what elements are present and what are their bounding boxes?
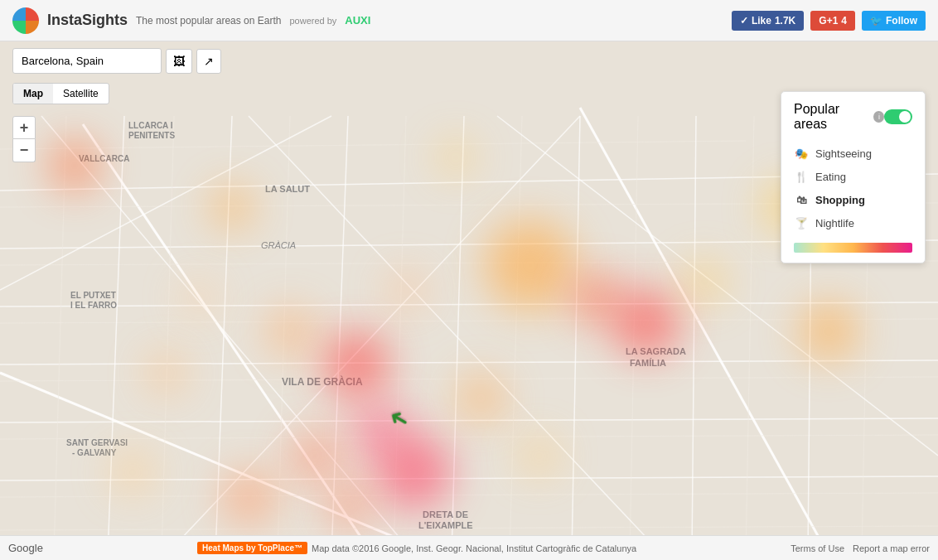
svg-text:DRETA DE: DRETA DE	[423, 509, 468, 519]
header-left: InstaSights The most popular areas on Ea…	[12, 7, 370, 34]
like-label: Like	[752, 15, 771, 27]
category-label-shopping: Shopping	[815, 194, 865, 206]
header-right: ✓ Like 1.7K G+1 4 🐦 Follow	[732, 11, 926, 31]
popular-header: Popular areas i	[794, 102, 912, 132]
footer: Google Heat Maps by TopPlace™ Map data ©…	[0, 535, 938, 560]
tab-satellite[interactable]: Satellite	[53, 84, 109, 104]
category-list: 🎭 Sightseeing 🍴 Eating 🛍 Shopping 🍸 Nigh…	[794, 142, 912, 234]
category-icon-shopping: 🛍	[794, 192, 809, 207]
svg-text:PENITENTS: PENITENTS	[128, 131, 175, 140]
like-button[interactable]: ✓ Like 1.7K	[732, 11, 804, 31]
svg-text:LA SALUT: LA SALUT	[265, 184, 310, 194]
terms-link[interactable]: Terms of Use	[791, 543, 844, 553]
header: InstaSights The most popular areas on Ea…	[0, 0, 938, 41]
follow-label: Follow	[886, 15, 917, 27]
category-item-eating[interactable]: 🍴 Eating	[794, 165, 912, 188]
powered-by-text: powered by	[289, 16, 336, 26]
google-logo: Google	[8, 542, 43, 554]
report-link[interactable]: Report a map error	[853, 543, 930, 553]
share-button[interactable]: ↗	[196, 49, 221, 74]
gplus-label: G+1	[819, 15, 838, 27]
category-item-shopping[interactable]: 🛍 Shopping	[794, 188, 912, 211]
popular-title: Popular areas	[794, 102, 870, 132]
svg-text:VILA DE GRÀCIA: VILA DE GRÀCIA	[282, 375, 363, 388]
zoom-in-button[interactable]: +	[12, 116, 36, 139]
check-icon: ✓	[740, 15, 748, 27]
category-icon-sightseeing: 🎭	[794, 146, 809, 161]
follow-button[interactable]: 🐦 Follow	[862, 11, 926, 31]
svg-text:- GALVANY: - GALVANY	[72, 448, 117, 457]
gplus-count: 4	[841, 15, 847, 27]
zoom-controls: + −	[12, 116, 36, 162]
svg-text:SANT GERVASI: SANT GERVASI	[66, 438, 128, 447]
app-logo	[12, 7, 39, 34]
svg-text:LA SAGRADA: LA SAGRADA	[626, 346, 686, 356]
auxi-logo: AUXI	[345, 14, 370, 27]
map-data-text: Map data ©2016 Google, Inst. Geogr. Naci…	[312, 543, 636, 553]
svg-text:FAMÍLIA: FAMÍLIA	[630, 358, 666, 368]
category-item-nightlife[interactable]: 🍸 Nightlife	[794, 211, 912, 234]
search-bar: 🖼 ↗	[12, 48, 221, 74]
svg-text:LLCARCA I: LLCARCA I	[128, 121, 173, 130]
category-label-sightseeing: Sightseeing	[815, 147, 872, 160]
svg-text:VALLCARCA: VALLCARCA	[79, 154, 129, 163]
app-subtitle: The most popular areas on Earth	[136, 15, 281, 27]
gradient-bar	[794, 243, 912, 253]
svg-text:EL PUTXET: EL PUTXET	[70, 291, 116, 300]
image-search-button[interactable]: 🖼	[166, 49, 192, 74]
toggle-knob	[899, 111, 911, 123]
popular-title-group: Popular areas i	[794, 102, 884, 132]
search-input[interactable]	[12, 48, 162, 74]
svg-text:GRÀCIA: GRÀCIA	[261, 240, 296, 250]
category-label-nightlife: Nightlife	[815, 217, 854, 229]
toggle-switch[interactable]	[884, 109, 912, 124]
gplus-button[interactable]: G+1 4	[810, 11, 855, 31]
map-tabs: Map Satellite	[12, 83, 109, 104]
footer-right: Terms of Use Report a map error	[791, 543, 930, 553]
like-count: 1.7K	[775, 15, 795, 27]
category-label-eating: Eating	[815, 171, 846, 183]
app-title: InstaSights	[47, 12, 128, 29]
zoom-out-button[interactable]: −	[12, 139, 36, 162]
category-icon-eating: 🍴	[794, 169, 809, 184]
svg-text:L'EIXAMPLE: L'EIXAMPLE	[418, 520, 473, 530]
category-icon-nightlife: 🍸	[794, 215, 809, 230]
svg-text:I EL FARRO: I EL FARRO	[70, 301, 117, 310]
popular-areas-panel: Popular areas i 🎭 Sightseeing 🍴 Eating 🛍…	[781, 91, 926, 263]
footer-center: Heat Maps by TopPlace™ Map data ©2016 Go…	[197, 542, 636, 554]
tab-map[interactable]: Map	[13, 84, 53, 104]
twitter-icon: 🐦	[870, 15, 882, 27]
category-item-sightseeing[interactable]: 🎭 Sightseeing	[794, 142, 912, 165]
info-icon[interactable]: i	[873, 111, 884, 123]
heatmap-badge[interactable]: Heat Maps by TopPlace™	[197, 542, 307, 554]
